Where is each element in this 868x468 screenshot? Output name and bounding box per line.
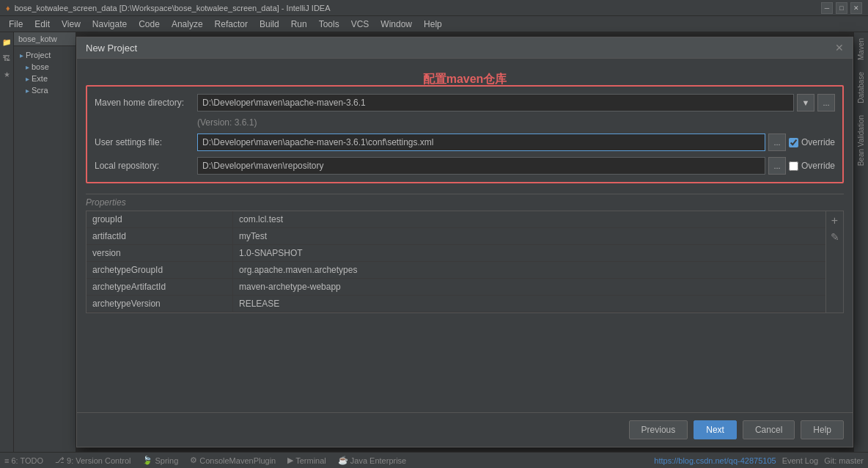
maven-home-label: Maven home directory: [95,98,197,108]
right-sidebar: Maven Database Bean Validation [853,32,868,452]
menu-edit[interactable]: Edit [29,18,56,31]
prop-value-version: 1.0-SNAPSHOT [233,245,825,261]
prop-row-archetypeArtifactId[interactable]: archetypeArtifactId maven-archetype-weba… [87,279,825,296]
prop-key-artifactId: artifactId [87,228,233,244]
menu-code[interactable]: Code [133,18,166,31]
prop-row-archetypeGroupId[interactable]: archetypeGroupId org.apache.maven.archet… [87,262,825,279]
menu-navigate[interactable]: Navigate [87,18,133,31]
tree-arrow-bose: ▸ [26,63,29,71]
tree-label-scra: Scra [32,86,48,95]
todo-label: 6: TODO [11,456,43,465]
maven-home-browse-btn[interactable]: ... [817,94,835,111]
tree-item-bose[interactable]: ▸ bose [17,61,73,73]
bottom-spring[interactable]: 🍃 Spring [142,456,178,465]
maven-home-dropdown-btn[interactable]: ▼ [797,94,814,111]
right-sidebar-maven[interactable]: Maven [854,32,868,66]
user-settings-override-checkbox[interactable] [789,138,798,147]
left-sidebar: 📁 🏗 ★ [0,32,14,452]
maven-version-text: (Version: 3.6.1) [95,117,835,128]
sidebar-icon-structure[interactable]: 🏗 [0,51,13,65]
add-property-button[interactable]: + [828,214,842,227]
bottom-terminal[interactable]: ▶ Terminal [287,456,326,465]
tree-item-exte[interactable]: ▸ Exte [17,73,73,84]
tree-item-project[interactable]: ▸ Project [17,49,73,61]
blog-url: https://blog.csdn.net/qq-42875105 [654,456,776,465]
menu-tools[interactable]: Tools [313,18,345,31]
prop-row-archetypeVersion[interactable]: archetypeVersion RELEASE [87,296,825,312]
menu-file[interactable]: File [3,18,29,31]
spring-label: Spring [155,456,178,465]
prop-row-version[interactable]: version 1.0-SNAPSHOT [87,245,825,262]
menu-refactor[interactable]: Refactor [209,18,254,31]
local-repo-label: Local repository: [95,161,197,171]
dialog-close-button[interactable]: ✕ [835,42,844,54]
previous-button[interactable]: Previous [629,420,688,439]
event-log[interactable]: Event Log [782,456,819,465]
new-project-dialog: New Project ✕ 配置maven仓库 Maven home direc… [76,37,853,447]
edit-property-button[interactable]: ✎ [828,230,842,244]
bottom-todo[interactable]: ≡ 6: TODO [4,456,43,465]
prop-key-archetypeVersion: archetypeVersion [87,296,233,312]
next-button[interactable]: Next [694,420,737,439]
props-list: groupId com.lcl.test artifactId myTest v… [87,211,825,312]
maven-home-field: ▼ ... [197,94,835,111]
bottom-java-enterprise[interactable]: ☕ Java Enterprise [338,456,406,465]
local-repo-override-area: Override [789,161,835,171]
right-sidebar-database[interactable]: Database [854,66,868,109]
prop-row-artifactId[interactable]: artifactId myTest [87,228,825,245]
local-repo-override-checkbox[interactable] [789,161,798,171]
user-settings-override-label: Override [801,137,835,147]
user-settings-field: ... Override [197,134,835,151]
user-settings-browse-btn[interactable]: ... [768,134,786,151]
local-repo-input[interactable] [197,157,765,175]
menu-bar: File Edit View Navigate Code Analyze Ref… [0,16,868,32]
maven-config-section: 配置maven仓库 Maven home directory: ▼ ... (V… [86,85,844,183]
terminal-icon: ▶ [287,456,293,465]
user-settings-label: User settings file: [95,137,197,147]
menu-help[interactable]: Help [418,18,448,31]
menu-window[interactable]: Window [375,18,418,31]
sidebar-icon-favorites[interactable]: ★ [0,67,13,81]
prop-key-archetypeGroupId: archetypeGroupId [87,262,233,278]
maven-home-row: Maven home directory: ▼ ... [95,94,835,111]
close-button[interactable]: ✕ [850,2,862,14]
prop-value-groupId: com.lcl.test [233,211,825,227]
title-bar-controls: ─ □ ✕ [821,2,862,14]
menu-build[interactable]: Build [254,18,285,31]
props-side-actions: + ✎ [825,211,843,312]
dialog-title-bar: New Project ✕ [77,37,853,59]
bottom-bar: ≡ 6: TODO ⎇ 9: Version Control 🍃 Spring … [0,452,868,468]
bottom-consolemavenplugin[interactable]: ⚙ ConsoleMavenPlugin [190,456,276,465]
sidebar-icon-folder[interactable]: 📁 [0,35,13,48]
java-label: Java Enterprise [350,456,406,465]
maximize-button[interactable]: □ [836,2,847,14]
maven-plugin-icon: ⚙ [190,456,197,465]
panel-header-project: bose_kotw [14,32,76,46]
user-settings-input[interactable] [197,134,765,151]
prop-value-archetypeArtifactId: maven-archetype-webapp [233,279,825,295]
properties-header: Properties [86,194,844,211]
project-panel: bose_kotw ▸ Project ▸ bose ▸ Exte ▸ Scra [14,32,76,452]
maven-home-input[interactable] [197,94,794,111]
help-button[interactable]: Help [801,420,844,439]
tree-item-scra[interactable]: ▸ Scra [17,84,73,96]
menu-run[interactable]: Run [285,18,313,31]
prop-key-archetypeArtifactId: archetypeArtifactId [87,279,233,295]
user-settings-row: User settings file: ... Override [95,134,835,151]
vc-icon: ⎇ [55,456,65,465]
app-logo: ♦ [6,4,10,12]
bottom-version-control[interactable]: ⎇ 9: Version Control [55,456,130,465]
dialog-title: New Project [86,43,137,54]
minimize-button[interactable]: ─ [821,2,833,14]
tree-arrow-scra: ▸ [26,87,29,95]
menu-vcs[interactable]: VCS [345,18,375,31]
prop-row-groupId[interactable]: groupId com.lcl.test [87,211,825,228]
right-sidebar-bean-validation[interactable]: Bean Validation [854,109,868,172]
local-repo-browse-btn[interactable]: ... [768,157,786,175]
prop-value-archetypeGroupId: org.apache.maven.archetypes [233,262,825,278]
menu-view[interactable]: View [56,18,87,31]
cancel-button[interactable]: Cancel [743,420,795,439]
local-repo-override-label: Override [801,161,835,171]
bottom-right: https://blog.csdn.net/qq-42875105 Event … [654,456,864,465]
menu-analyze[interactable]: Analyze [166,18,209,31]
